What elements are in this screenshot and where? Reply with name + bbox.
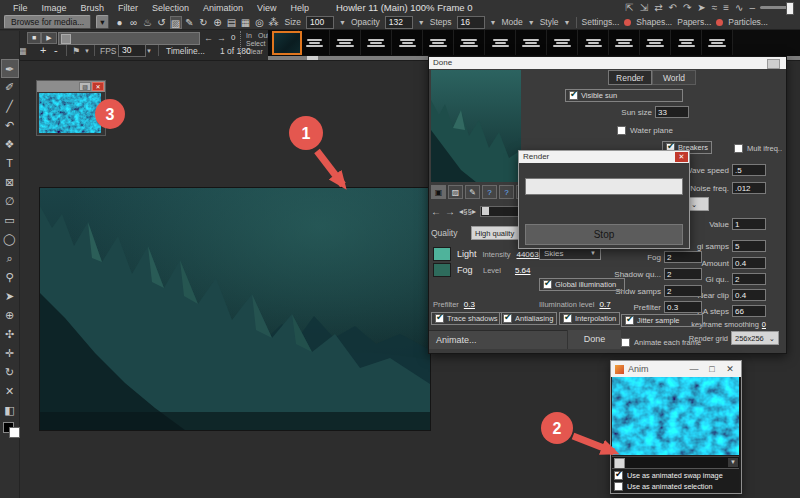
pen-tool[interactable]: ✒ — [1, 59, 19, 78]
menu-brush[interactable]: Brush — [74, 3, 112, 13]
keyframe-smoothing-value[interactable]: 0 — [762, 320, 766, 329]
settings-button[interactable]: Settings... — [582, 17, 620, 27]
shadow-qu-input[interactable]: 2 — [664, 268, 702, 280]
frame-cell[interactable] — [609, 30, 640, 55]
frame-cell[interactable] — [516, 30, 547, 55]
swap-image-box[interactable] — [614, 471, 623, 480]
size-input[interactable]: 100 — [306, 16, 334, 29]
frame-cell[interactable] — [547, 30, 578, 55]
sun-size-input[interactable]: 33 — [655, 106, 689, 118]
pattern-brush-icon[interactable]: ▤ — [226, 16, 238, 29]
maximize-icon[interactable]: □ — [705, 364, 719, 374]
frame-cell[interactable] — [299, 30, 330, 55]
stop-button[interactable]: Stop — [525, 224, 683, 245]
next-icon[interactable]: → — [445, 206, 455, 217]
level-value[interactable]: 5.64 — [515, 266, 531, 275]
chain-brush-icon[interactable]: ∞ — [128, 16, 140, 29]
main-canvas[interactable] — [40, 188, 430, 430]
trace-shadows-box[interactable] — [435, 314, 444, 323]
global-illumination-box[interactable] — [543, 280, 552, 289]
add-frame-button[interactable]: + — [40, 44, 46, 56]
refresh-brush-icon[interactable]: ↻ — [198, 16, 210, 29]
secondary-color-swatch[interactable] — [9, 427, 20, 438]
remove-frame-button[interactable]: - — [54, 44, 58, 56]
opacity-dropdown-icon[interactable]: ▼ — [418, 19, 425, 26]
move-tool[interactable]: ➤ — [1, 287, 19, 306]
rotate-right-canvas-icon[interactable]: ⇲ — [640, 2, 648, 13]
swap-image-panel[interactable]: ▨ ✕ — [36, 80, 106, 136]
orbit-brush-icon[interactable]: ⊕ — [212, 16, 224, 29]
mode-c-button[interactable]: ✎ — [465, 185, 480, 199]
poly-tool[interactable]: ❖ — [1, 135, 19, 154]
color-swatches[interactable] — [1, 422, 19, 438]
frame-cell[interactable] — [423, 30, 454, 55]
frame-forward-icon[interactable]: → — [217, 33, 226, 43]
near-clip-input[interactable]: 0.4 — [732, 289, 766, 301]
visible-sun-checkbox[interactable]: Visible sun — [565, 89, 683, 102]
tab-world[interactable]: World — [652, 70, 696, 85]
minus-icon[interactable]: – — [749, 2, 755, 13]
smear-brush-icon[interactable]: ↺ — [156, 16, 168, 29]
aa-steps-input[interactable]: 66 — [732, 305, 766, 317]
light-color-swatch[interactable] — [433, 247, 451, 261]
mode-a-button[interactable]: ▣ — [431, 185, 446, 199]
flip-canvas-icon[interactable]: ⇄ — [654, 2, 662, 13]
opacity-input[interactable]: 132 — [385, 16, 413, 29]
value-input[interactable]: 1 — [732, 218, 766, 230]
antialiasing-box[interactable] — [503, 314, 512, 323]
style-dropdown-icon[interactable]: ▼ — [564, 19, 571, 26]
gi-qu-input[interactable]: 2 — [732, 273, 766, 285]
cursor-icon[interactable]: ➤ — [697, 2, 705, 13]
frame-cell[interactable] — [454, 30, 485, 55]
menu-view[interactable]: View — [250, 3, 283, 13]
interpolation-box[interactable] — [563, 314, 572, 323]
in-label[interactable]: In — [246, 32, 252, 39]
swap-panel-menu-button[interactable]: ▨ — [79, 82, 91, 91]
transform-tool[interactable]: ⊠ — [1, 173, 19, 192]
list-icon[interactable]: ≡ — [723, 2, 729, 13]
ink-tool[interactable]: ✛ — [1, 344, 19, 363]
antialiasing-checkbox[interactable]: Antialiasing — [499, 312, 557, 325]
gi-samps-input[interactable]: 5 — [732, 240, 766, 252]
illumination-level-value[interactable]: 0.7 — [599, 300, 610, 309]
frame-cell[interactable] — [330, 30, 361, 55]
jitter-sample-checkbox[interactable]: Jitter sample — [621, 314, 703, 327]
mode-dropdown-icon[interactable]: ▼ — [528, 19, 535, 26]
menu-filter[interactable]: Filter — [111, 3, 145, 13]
timeline-button[interactable]: Timeline... — [166, 46, 205, 56]
frame-cell[interactable] — [361, 30, 392, 55]
zoom-slider-knob[interactable] — [786, 2, 794, 15]
anim-titlebar[interactable]: Anim — □ ✕ — [611, 361, 741, 377]
browse-media-button[interactable]: Browse for media... — [4, 15, 91, 29]
preview-slider[interactable] — [480, 206, 522, 217]
water-plane-box[interactable] — [617, 126, 626, 135]
redo-icon[interactable]: ↷ — [683, 2, 691, 13]
menu-animation[interactable]: Animation — [196, 3, 250, 13]
current-frame-thumbnail[interactable] — [272, 31, 302, 55]
mini-dropdown[interactable]: ⌄ — [687, 197, 709, 211]
help-a-button[interactable]: ? — [482, 185, 497, 199]
mode-dropdown[interactable]: Mode — [501, 17, 522, 27]
ellipse-select-tool[interactable]: ◯ — [1, 230, 19, 249]
particles-button[interactable]: Particles... — [728, 17, 768, 27]
stamp-brush-icon[interactable]: ♨ — [142, 16, 154, 29]
menu-selection[interactable]: Selection — [145, 3, 196, 13]
shdw-samps-input[interactable]: 2 — [664, 285, 702, 297]
settings-titlebar-button[interactable] — [767, 59, 780, 69]
settings-dialog-titlebar[interactable]: Done — [429, 57, 786, 69]
preview-slider-knob[interactable] — [482, 207, 489, 215]
zoom-slider[interactable] — [760, 6, 794, 9]
wave-speed-input[interactable]: .5 — [732, 164, 766, 176]
papers-button[interactable]: Papers... — [677, 17, 711, 27]
menu-file[interactable]: File — [6, 3, 35, 13]
global-illumination-checkbox[interactable]: Global illumination — [539, 278, 625, 291]
swap-image-checkbox[interactable]: Use as animated swap image — [614, 470, 737, 481]
rect-select-tool[interactable]: ▭ — [1, 211, 19, 230]
timeline-scrub-knob[interactable] — [61, 34, 71, 44]
frame-scrollbar-thumb[interactable] — [307, 56, 318, 60]
prefilter-value[interactable]: 0.3 — [464, 300, 475, 309]
frame-cell[interactable] — [640, 30, 671, 55]
shapes-button[interactable]: Shapes... — [636, 17, 672, 27]
pencil-icon[interactable]: ✎ — [184, 16, 196, 29]
noise-freq-input[interactable]: .012 — [732, 182, 766, 194]
